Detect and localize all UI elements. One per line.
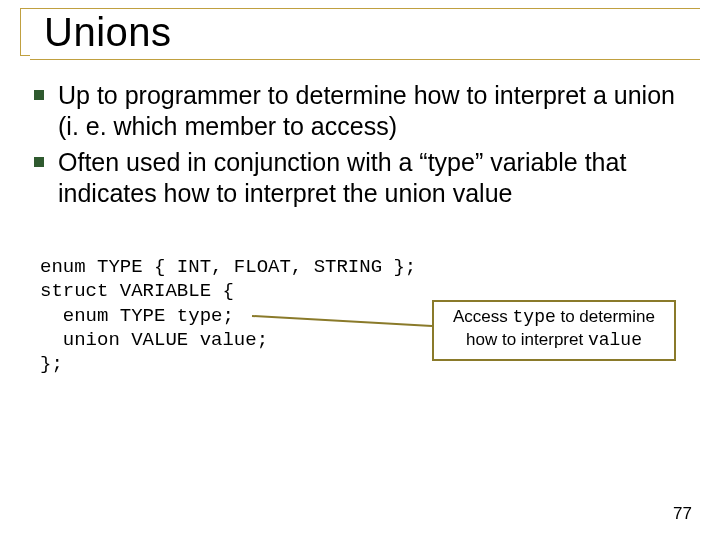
bullet-text: Up to programmer to determine how to int… (58, 80, 690, 143)
bullet-text: Often used in conjunction with a “type” … (58, 147, 690, 210)
callout-code: value (588, 330, 642, 350)
code-block: enum TYPE { INT, FLOAT, STRING }; struct… (40, 255, 416, 377)
title-accent (20, 8, 30, 56)
title-area: Unions (20, 8, 700, 60)
code-line: union VALUE value; (40, 329, 268, 351)
code-line: }; (40, 353, 63, 375)
bullet-icon (34, 157, 44, 167)
code-line: enum TYPE { INT, FLOAT, STRING }; (40, 256, 416, 278)
code-line: struct VARIABLE { (40, 280, 234, 302)
callout-text: Access (453, 307, 513, 326)
bullet-icon (34, 90, 44, 100)
bullet-item: Up to programmer to determine how to int… (34, 80, 690, 143)
code-line: enum TYPE type; (40, 305, 234, 327)
bullet-item: Often used in conjunction with a “type” … (34, 147, 690, 210)
title-rule-bottom (30, 59, 700, 60)
title-rule-top (20, 8, 700, 9)
page-number: 77 (673, 504, 692, 524)
content-area: Up to programmer to determine how to int… (34, 80, 690, 213)
slide-title: Unions (20, 8, 700, 55)
callout-code: type (513, 307, 556, 327)
callout-box: Access type to determine how to interpre… (432, 300, 676, 361)
